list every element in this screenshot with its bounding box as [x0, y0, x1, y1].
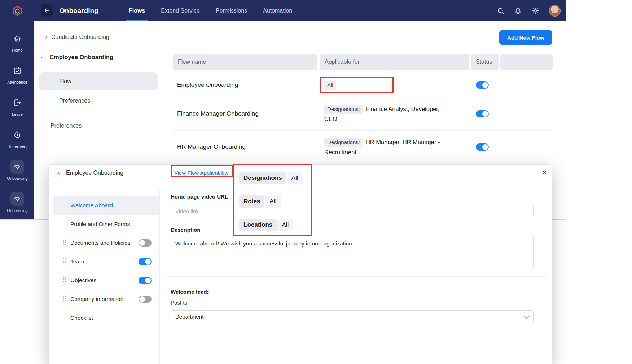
- tab-extend-service[interactable]: Extend Service: [161, 0, 200, 21]
- tab-automation[interactable]: Automation: [263, 0, 292, 21]
- applicability-roles: Roles All: [239, 195, 281, 208]
- page-title: Onboarding: [60, 0, 98, 21]
- section-checklist[interactable]: Checklist: [53, 308, 159, 327]
- description-label: Description: [171, 227, 201, 233]
- status-toggle[interactable]: [476, 110, 489, 117]
- section-company-information[interactable]: Company information: [53, 290, 159, 308]
- add-new-flow-button[interactable]: Add New Flow: [499, 30, 552, 45]
- section-toggle[interactable]: [139, 258, 152, 265]
- flow-name-cell: HR Manager Onboarding: [177, 143, 246, 151]
- applicable-for-cell: All: [324, 80, 451, 90]
- tree-item-flow-selected[interactable]: Flow: [39, 72, 158, 90]
- sidebar-item-onboarding-2[interactable]: Onboarding: [0, 186, 34, 218]
- bell-icon[interactable]: [514, 7, 522, 15]
- chevron-right-icon: [43, 35, 47, 40]
- table-header-empty: [500, 54, 553, 70]
- top-navbar: Onboarding Flows Extend Service Permissi…: [0, 0, 566, 21]
- search-icon[interactable]: [497, 7, 505, 15]
- sidebar-item-onboarding-1[interactable]: Onboarding: [0, 154, 34, 186]
- modal-title: Employee Onboarding: [66, 165, 123, 181]
- sidebar-item-leave[interactable]: Leave: [0, 90, 34, 122]
- post-to-select[interactable]: Department: [171, 310, 534, 323]
- attendance-icon: [10, 64, 24, 77]
- chevron-down-icon: [524, 314, 529, 319]
- home-icon: [10, 32, 24, 45]
- status-toggle[interactable]: [476, 143, 489, 151]
- back-button[interactable]: [41, 4, 53, 17]
- app-sidebar: Home Attendance Leave: [0, 21, 34, 220]
- leave-icon: [10, 96, 24, 110]
- video-url-input[interactable]: [171, 205, 534, 217]
- applicable-for-cell: Designations:HR Manager, HR Manager - Re…: [324, 137, 451, 157]
- status-toggle[interactable]: [476, 81, 489, 89]
- welcome-feed-label: Welcome feed:: [171, 289, 209, 295]
- table-row: Employee Onboarding All: [173, 73, 553, 97]
- section-toggle[interactable]: [139, 296, 152, 303]
- chevron-down-icon: [41, 55, 46, 59]
- section-objectives[interactable]: Objectives: [53, 271, 159, 290]
- flow-applicability-popover: Designations All Roles All Locations All: [233, 164, 312, 236]
- flow-name-cell: Finance Manager Onboarding: [177, 110, 259, 117]
- tree-employee-onboarding[interactable]: Employee Onboarding: [42, 54, 113, 61]
- flow-name-cell: Employee Onboarding: [177, 81, 238, 89]
- sidebar-item-timesheet[interactable]: Timesheet: [0, 122, 34, 154]
- onboarding-icon: [10, 192, 24, 206]
- tree-item-preferences[interactable]: Preferences: [51, 123, 82, 129]
- applicable-chip: Designations:: [324, 105, 363, 114]
- arrow-left-icon: [57, 170, 62, 176]
- video-url-label: Home page video URL: [171, 194, 228, 200]
- view-flow-applicability-link[interactable]: View Flow Applicability: [174, 165, 229, 181]
- applicable-chip: Designations:: [324, 138, 363, 147]
- section-welcome-aboard[interactable]: Welcome Aboard: [53, 196, 159, 215]
- section-team[interactable]: Team: [53, 252, 159, 271]
- section-toggle[interactable]: [139, 239, 152, 247]
- applicable-chip: All: [324, 81, 336, 90]
- section-toggle[interactable]: [139, 277, 152, 284]
- table-header-status: Status: [471, 54, 499, 70]
- app-logo[interactable]: [0, 0, 34, 21]
- table-header-flow-name: Flow name: [173, 54, 317, 70]
- section-profile-and-other-forms[interactable]: Profile and Other Forms: [53, 215, 159, 234]
- onboarding-icon: [10, 160, 24, 174]
- drag-handle-icon[interactable]: [63, 277, 66, 284]
- timesheet-icon: [10, 128, 24, 142]
- arrow-left-icon: [44, 7, 50, 14]
- tab-permissions[interactable]: Permissions: [216, 0, 247, 21]
- table-row: HR Manager Onboarding Designations:HR Ma…: [173, 131, 553, 163]
- topbar-actions: [497, 0, 561, 21]
- applicability-designations: Designations All: [239, 172, 303, 184]
- screenshot-canvas: Onboarding Flows Extend Service Permissi…: [0, 0, 632, 364]
- drag-handle-icon[interactable]: [63, 296, 66, 303]
- modal-back-button[interactable]: [54, 168, 65, 178]
- description-textarea[interactable]: Welcome aboard! We wish you a successful…: [171, 237, 534, 267]
- applicability-locations: Locations All: [239, 219, 293, 231]
- tab-flows[interactable]: Flows: [129, 0, 145, 21]
- table-header-applicable-for: Applicable for: [320, 54, 469, 70]
- form-divider: [165, 276, 547, 277]
- top-tabs: Flows Extend Service Permissions Automat…: [129, 0, 292, 21]
- post-to-label: Post to: [171, 299, 188, 306]
- sidebar-item-home[interactable]: Home: [0, 26, 34, 58]
- modal-section-nav: Welcome Aboard Profile and Other Forms D…: [53, 188, 160, 364]
- logo-hexagon-icon: [11, 5, 23, 17]
- applicable-for-cell: Designations:Finance Analyst, Developer,…: [324, 104, 451, 124]
- tree-item-preferences-sub[interactable]: Preferences: [59, 98, 90, 104]
- table-row: Finance Manager Onboarding Designations:…: [173, 97, 553, 131]
- sidebar-item-attendance[interactable]: Attendance: [0, 58, 34, 90]
- tree-candidate-onboarding[interactable]: Candidate Onboarding: [43, 34, 109, 40]
- section-documents-and-policies[interactable]: Documents and Policies: [53, 234, 159, 252]
- user-avatar[interactable]: [549, 5, 561, 17]
- drag-handle-icon[interactable]: [63, 258, 66, 265]
- close-icon[interactable]: ×: [542, 165, 547, 181]
- drag-handle-icon[interactable]: [63, 239, 66, 247]
- gear-icon[interactable]: [531, 6, 540, 15]
